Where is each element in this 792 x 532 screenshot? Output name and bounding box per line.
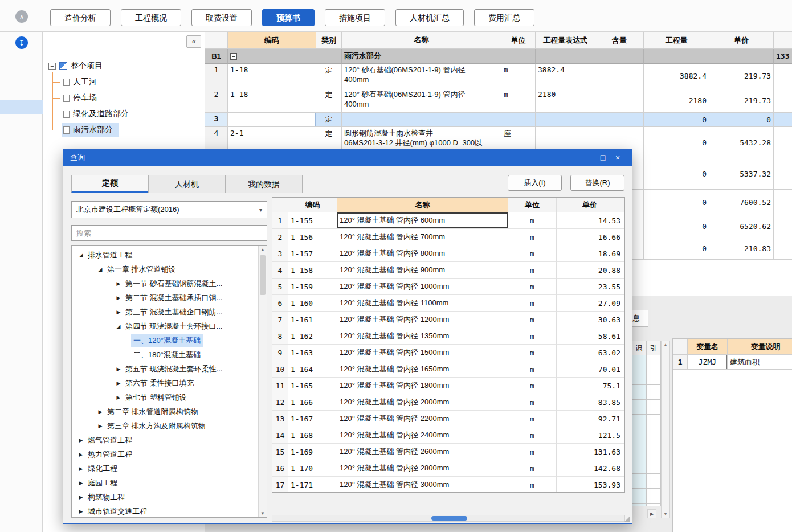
vertical-scrollbar[interactable]: ▲ ▼	[661, 341, 670, 518]
quota-tree-item[interactable]: ▶ 构筑物工程	[72, 490, 258, 504]
cell-unit[interactable]: m	[501, 64, 536, 88]
tree-item-label[interactable]: 绿化及道路部分	[73, 109, 129, 119]
catalog-row[interactable]: 13 1-167 120° 混凝土基础 管内径 2200mm m 92.71	[272, 411, 624, 427]
cell-name[interactable]: 120° 混凝土基础 管内径 1350mm	[337, 328, 508, 345]
cell-rownum[interactable]: 7	[272, 312, 288, 328]
catalog-row[interactable]: 15 1-169 120° 混凝土基础 管内径 2600mm m 131.63	[272, 444, 624, 460]
cell-unit-price[interactable]: 27.09	[557, 295, 625, 312]
tree-expander-icon[interactable]: ▶	[76, 452, 85, 457]
corner-cell[interactable]	[673, 339, 688, 355]
cell-code[interactable]: 1-165	[288, 378, 337, 394]
cell-extra[interactable]	[774, 88, 792, 113]
cell-unit-price[interactable]: 6520.62	[709, 215, 774, 238]
cell-unit-price[interactable]: 153.93	[557, 477, 625, 493]
catalog-row[interactable]: 3 1-157 120° 混凝土基础 管内径 800mm m 18.69	[272, 245, 624, 262]
cell-content[interactable]	[595, 88, 644, 113]
cell-unit-price[interactable]: 7600.52	[709, 190, 774, 215]
cell-quantity[interactable]: 0	[644, 127, 709, 158]
cell-name[interactable]: 120° 混凝土基础 管内径 1500mm	[337, 345, 508, 361]
tree-expander-icon[interactable]: ◢	[114, 324, 123, 329]
cell-name[interactable]: 120° 混凝土基础 管内径 1000mm	[337, 279, 508, 295]
cell-unit[interactable]	[501, 113, 536, 127]
cell-unit[interactable]: m	[508, 212, 557, 229]
cell-code[interactable]: 1-18	[228, 64, 316, 88]
cell-code[interactable]: 1-171	[288, 477, 337, 493]
cell-unit-price[interactable]: 58.61	[557, 328, 625, 345]
cell-group-qty[interactable]	[644, 49, 709, 64]
cell-category[interactable]: 定	[316, 64, 342, 88]
top-tab[interactable]: 取费设置	[191, 9, 252, 26]
cell-code[interactable]: 1-156	[288, 229, 337, 245]
cell-unit-price[interactable]: 131.63	[557, 444, 625, 460]
top-tab[interactable]: 工程概况	[121, 9, 181, 26]
tree-expander-icon[interactable]: ▶	[114, 281, 123, 287]
cell-extra[interactable]	[774, 190, 792, 215]
cell-unit-price[interactable]: 30.63	[557, 312, 625, 328]
quota-tree-label[interactable]: 第四节 现浇混凝土套环接口...	[123, 320, 224, 333]
table-row[interactable]: 2 1-18 定 120° 砂石基础(06MS201-1-9) 管内径 400m…	[205, 88, 792, 113]
tree-expander-icon[interactable]: ▶	[76, 480, 85, 486]
cell-code[interactable]: 1-166	[288, 394, 337, 411]
cell-rownum[interactable]: 15	[272, 444, 288, 460]
top-tab[interactable]: 预算书	[262, 9, 315, 26]
cell-rownum[interactable]: 13	[272, 411, 288, 427]
cell-qty-expression[interactable]: 3882.4	[536, 64, 595, 88]
catalog-row[interactable]: 12 1-166 120° 混凝土基础 管内径 2000mm m 83.85	[272, 394, 624, 411]
cell-code[interactable]: 1-167	[288, 411, 337, 427]
cell-category[interactable]: 定	[316, 88, 342, 113]
cell-rownum[interactable]: 9	[272, 345, 288, 361]
header-name[interactable]: 名称	[337, 198, 508, 212]
quota-tree-item[interactable]: ▶ 燃气管道工程	[72, 433, 258, 447]
cell-name[interactable]: 120° 混凝土基础 管内径 900mm	[337, 262, 508, 279]
cell-rownum[interactable]: 5	[272, 279, 288, 295]
quota-tree-label[interactable]: 燃气管道工程	[85, 434, 134, 447]
header-content[interactable]: 含量	[595, 32, 644, 49]
cell-qty-expression[interactable]	[536, 113, 595, 127]
tree-expander-icon[interactable]: ◢	[96, 267, 105, 272]
cell-code[interactable]: 1-155	[288, 212, 337, 229]
cell-code[interactable]: 1-163	[288, 345, 337, 361]
cell-rownum[interactable]: 3	[205, 113, 228, 127]
quota-tree-label[interactable]: 第二章 排水管道附属构筑物	[105, 406, 201, 418]
tree-item[interactable]: 停车场	[62, 90, 205, 106]
quota-tree-item[interactable]: ▶ 第三节 混凝土基础企口钢筋...	[72, 305, 258, 319]
cell-qty-expression[interactable]: 2180	[536, 88, 595, 113]
quota-tree-label[interactable]: 热力管道工程	[85, 448, 134, 461]
cell-unit-price[interactable]: 0	[709, 113, 774, 127]
top-tab[interactable]: 费用汇总	[474, 9, 534, 26]
scroll-up-icon[interactable]: ▲	[259, 247, 267, 252]
cell-unit[interactable]: m	[508, 245, 557, 262]
close-button[interactable]: ×	[610, 153, 625, 162]
catalog-row[interactable]: 17 1-171 120° 混凝土基础 管内径 3000mm m 153.93	[272, 477, 624, 493]
insert-button[interactable]: 插入(I)	[508, 175, 562, 191]
cell-unit-price[interactable]: 20.88	[557, 262, 625, 279]
cell-name[interactable]: 120° 砂石基础(06MS201-1-9) 管内径 400mm	[342, 88, 501, 113]
quota-tree-label[interactable]: 庭园工程	[85, 477, 120, 489]
cell-unit[interactable]: m	[508, 444, 557, 460]
header-unit[interactable]: 单位	[508, 198, 557, 212]
quota-tree-item[interactable]: ▶ 第二章 排水管道附属构筑物	[72, 404, 258, 419]
cell-rownum[interactable]: 16	[272, 460, 288, 477]
header-rownum[interactable]	[205, 32, 228, 49]
tree-expander-icon[interactable]: ▶	[114, 380, 123, 386]
cell-unit-price[interactable]: 219.73	[709, 88, 774, 113]
quota-tree-label[interactable]: 第七节 塑料管铺设	[123, 391, 189, 404]
download-button[interactable]: ↧	[15, 36, 28, 49]
cell-code[interactable]: 1-168	[288, 427, 337, 444]
cell-rownum[interactable]: 8	[272, 328, 288, 345]
cell-code[interactable]: 1-164	[288, 361, 337, 378]
cell-rownum[interactable]: 2	[272, 229, 288, 245]
tree-root-label[interactable]: 整个项目	[71, 61, 103, 71]
quota-tree-item[interactable]: ▶ 绿化工程	[72, 461, 258, 476]
quota-tree-item[interactable]: ▶ 第一节 砂石基础钢筋混凝土...	[72, 276, 258, 290]
quota-tree-item[interactable]: ▶ 热力管道工程	[72, 447, 258, 461]
cell-code[interactable]: 1-18	[228, 88, 316, 113]
header-unit[interactable]: 单位	[501, 32, 536, 49]
tree-expander-icon[interactable]: ▶	[114, 366, 123, 372]
cell-name[interactable]: 120° 混凝土基础 管内径 800mm	[337, 245, 508, 262]
catalog-row[interactable]: 4 1-158 120° 混凝土基础 管内径 900mm m 20.88	[272, 262, 624, 279]
cell-code[interactable]: 1-161	[288, 312, 337, 328]
collapse-minus-icon[interactable]: −	[48, 63, 56, 70]
quota-tree-item[interactable]: ▶ 第六节 柔性接口填充	[72, 376, 258, 390]
cell-code[interactable]: 1-162	[288, 328, 337, 345]
